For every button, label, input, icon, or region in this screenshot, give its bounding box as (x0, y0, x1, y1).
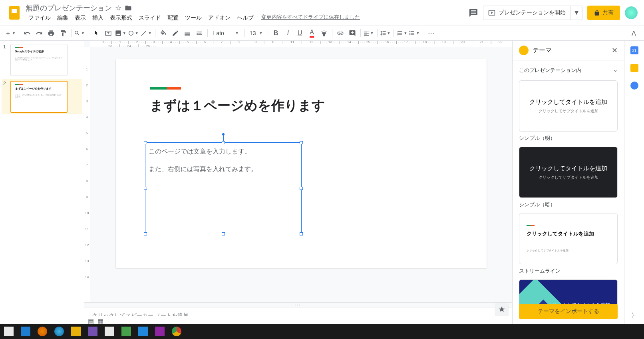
fill-color-button[interactable] (158, 28, 169, 39)
highlight-button[interactable] (318, 28, 330, 39)
doc-title[interactable]: 無題のプレゼンテーション (26, 3, 112, 13)
textbox-tool[interactable] (103, 28, 114, 39)
save-status[interactable]: 変更内容をすべてドライブに保存しました (261, 14, 360, 22)
present-dropdown-icon[interactable]: ▼ (570, 6, 582, 20)
resize-handle-mr[interactable] (300, 187, 303, 190)
resize-handle-br[interactable] (300, 232, 303, 235)
menu-slide[interactable]: スライド (136, 14, 164, 22)
menu-insert[interactable]: 挿入 (89, 14, 106, 22)
chrome-icon[interactable] (172, 327, 181, 336)
hide-sidebar-icon[interactable]: 〉 (631, 311, 638, 320)
slides-logo[interactable] (6, 5, 22, 21)
more-button[interactable]: ⋯ (425, 28, 437, 39)
share-button[interactable]: 共有 (587, 6, 620, 20)
present-button[interactable]: プレゼンテーションを開始 ▼ (483, 6, 582, 20)
move-folder-icon[interactable] (125, 4, 132, 12)
comments-icon[interactable] (469, 8, 478, 18)
store-icon[interactable] (105, 327, 114, 336)
border-dash-button[interactable] (194, 28, 205, 39)
text-box-line1[interactable]: このページでは文章を入力します。 (149, 147, 298, 156)
theme-section-header[interactable]: このプレゼンテーション内 ⌄ (519, 64, 618, 77)
edge-icon[interactable] (54, 327, 64, 336)
menu-tools[interactable]: ツール (182, 14, 205, 22)
menu-bar: ファイル 編集 表示 挿入 表示形式 スライド 配置 ツール アドオン ヘルプ … (26, 14, 469, 22)
menu-format[interactable]: 表示形式 (107, 14, 135, 22)
menu-arrange[interactable]: 配置 (165, 14, 181, 22)
menu-view[interactable]: 表示 (72, 14, 89, 22)
resize-handle-tm[interactable] (222, 141, 225, 144)
numbered-list-button[interactable]: ▼ (396, 28, 408, 39)
resize-handle-bl[interactable] (144, 232, 147, 235)
bold-button[interactable]: B (270, 28, 282, 39)
app-icon-4[interactable] (155, 327, 165, 336)
text-box-line2[interactable]: また、右側には写真を入れてみます。 (149, 164, 298, 174)
keep-icon[interactable] (630, 64, 638, 72)
import-theme-button[interactable]: テーマをインポートする (519, 304, 618, 319)
theme-label-streamline: ストリームライン (519, 267, 618, 275)
link-button[interactable] (335, 28, 346, 39)
paint-format-button[interactable] (58, 28, 69, 39)
firefox-icon[interactable] (38, 327, 47, 336)
app-icon-3[interactable] (138, 327, 148, 336)
line-tool[interactable]: ▼ (140, 28, 153, 39)
select-tool[interactable] (91, 28, 102, 39)
theme-card-dark[interactable]: クリックしてタイトルを追加 クリックしてサブタイトルを追加 (519, 147, 618, 198)
calendar-icon[interactable]: 31 (630, 46, 638, 54)
notes-resize-handle[interactable]: ⋯ (84, 302, 512, 307)
resize-handle-ml[interactable] (144, 187, 147, 190)
line-spacing-button[interactable]: ▼ (380, 28, 392, 39)
menu-addons[interactable]: アドオン (205, 14, 233, 22)
file-explorer-icon[interactable] (21, 327, 30, 336)
slide-number-2: 2 (3, 81, 8, 113)
italic-button[interactable]: I (282, 28, 294, 39)
bullet-list-button[interactable]: ▼ (409, 28, 420, 39)
account-avatar[interactable] (625, 6, 638, 19)
slide-thumbnail-1[interactable]: Googleスライドの初歩 ここではGoogleのオンラインプレゼンテーション、… (10, 44, 68, 76)
menu-help[interactable]: ヘルプ (234, 14, 256, 22)
bottom-view-bar: ▤ ▦ (84, 316, 512, 324)
theme-label-dark: シンプル（暗） (519, 201, 618, 208)
grid-view-icon[interactable]: ▦ (97, 317, 103, 323)
theme-card-focus[interactable]: クリックしてタイトルを追加 (519, 279, 618, 304)
normal-view-icon[interactable]: ▤ (88, 317, 93, 323)
print-button[interactable] (46, 28, 57, 39)
explore-button[interactable] (495, 303, 508, 316)
shape-tool[interactable]: ▼ (128, 28, 139, 39)
theme-label-light: シンプル（明） (519, 135, 618, 142)
text-color-button[interactable]: A (306, 28, 318, 39)
resize-handle-bm[interactable] (222, 232, 225, 235)
resize-handle-tr[interactable] (300, 141, 303, 144)
menu-edit[interactable]: 編集 (54, 14, 71, 22)
zoom-button[interactable]: ▼ (74, 28, 85, 39)
slide-title-text[interactable]: まずは１ページめを作ります (150, 97, 453, 115)
font-size-selector[interactable]: 13▼ (247, 28, 265, 39)
app-icon-1[interactable] (88, 327, 97, 336)
theme-panel: テーマ ✕ このプレゼンテーション内 ⌄ クリックしてタイトルを追加 クリックし… (512, 41, 624, 324)
comment-button[interactable] (347, 28, 358, 39)
selected-text-box[interactable]: このページでは文章を入力します。 また、右側には写真を入れてみます。 (145, 142, 302, 234)
app-icon-2[interactable] (121, 327, 131, 336)
star-icon[interactable]: ☆ (115, 4, 121, 12)
underline-button[interactable]: U (294, 28, 306, 39)
redo-button[interactable] (34, 28, 45, 39)
theme-card-light[interactable]: クリックしてタイトルを追加 クリックしてサブタイトルを追加 (519, 80, 618, 132)
close-icon[interactable]: ✕ (612, 46, 618, 55)
tasks-icon[interactable] (630, 82, 638, 90)
windows-taskbar (0, 324, 644, 339)
new-slide-button[interactable]: ＋▼ (5, 28, 16, 39)
menu-file[interactable]: ファイル (26, 14, 54, 22)
slide-canvas[interactable]: まずは１ページめを作ります このページでは文章を入力します。 また、右 (116, 59, 487, 268)
image-tool[interactable]: ▼ (115, 28, 127, 39)
align-button[interactable]: ▼ (363, 28, 375, 39)
slide-thumbnail-2[interactable]: まずは１ページめを作ります このページでは文章を入力します。また、右側には写真を… (10, 81, 68, 113)
theme-card-streamline[interactable]: クリックしてタイトルを追加 クリックしてサブタイトルを追加 (519, 213, 618, 264)
collapse-toolbar-icon[interactable]: ᐱ (628, 28, 639, 39)
resize-handle-tl[interactable] (144, 141, 147, 144)
taskview-icon[interactable] (4, 327, 14, 336)
folder-icon[interactable] (71, 327, 81, 336)
border-color-button[interactable] (170, 28, 181, 39)
rotation-handle[interactable] (222, 133, 225, 136)
border-weight-button[interactable] (182, 28, 193, 39)
undo-button[interactable] (22, 28, 33, 39)
font-selector[interactable]: Lato▼ (210, 28, 242, 39)
